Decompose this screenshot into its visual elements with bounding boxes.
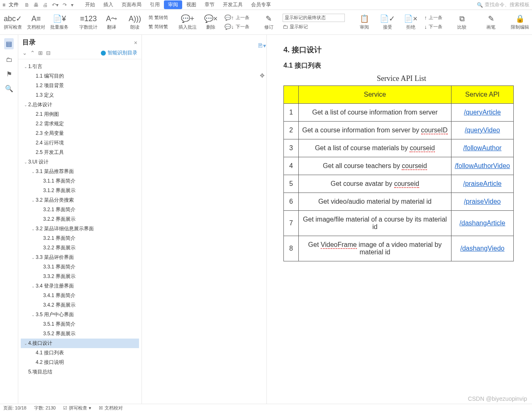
toc-item[interactable]: 3.2.1 界面简介 (21, 205, 139, 215)
rail-bookmark-icon[interactable]: 🗀 (6, 56, 12, 63)
toc-item[interactable]: ⌄3.5 用户中心界面 (21, 310, 139, 319)
api-link[interactable]: /queryVideo (465, 127, 500, 134)
toc-item[interactable]: 5.项目总结 (21, 367, 139, 377)
collapse-all-icon[interactable]: ⌄ (22, 50, 27, 56)
toc-item[interactable]: 2.4 运行环境 (21, 138, 139, 148)
menu-tab[interactable]: 引用 (146, 0, 164, 9)
toc-item[interactable]: 2.3 全局变量 (21, 129, 139, 138)
api-link[interactable]: /followAuthor (463, 144, 502, 151)
ink-button[interactable]: ✎画笔 (481, 12, 500, 33)
toc-item[interactable]: 3.2.2 界面展示 (21, 243, 139, 253)
add-heading-icon[interactable]: ⊞ (38, 50, 43, 56)
qat-dropdown-icon[interactable]: ▾ (71, 2, 73, 8)
wordcount-button[interactable]: ≡123字数统计 (79, 12, 98, 33)
menu-tab[interactable]: 视图 (182, 0, 200, 9)
rail-flag-icon[interactable]: ⚑ (6, 70, 12, 78)
toc-item[interactable]: ⌄3.4 登录注册界面 (21, 281, 139, 291)
menu-tab[interactable]: 开始 (81, 0, 99, 9)
toc-item[interactable]: 3.5.2 界面展示 (21, 329, 139, 339)
proofread-button[interactable]: A≡文档校对 (27, 12, 46, 33)
toc-item[interactable]: 3.1.2 界面展示 (21, 186, 139, 195)
toc-item[interactable]: 3.4.2 界面展示 (21, 300, 139, 310)
prev-comment-button[interactable]: 💬↑上一条 (225, 14, 249, 22)
status-proofread[interactable]: ☒文档校对 (99, 405, 123, 411)
api-link[interactable]: /followAuthorVideo (455, 162, 510, 169)
toc-label: 4.接口设计 (28, 340, 52, 347)
toc-item[interactable]: 2.2 需求规定 (21, 119, 139, 129)
simp-to-trad-button[interactable]: 繁 简转繁 (149, 23, 168, 31)
translate-button[interactable]: A⤳翻译 (102, 12, 121, 33)
review-prev-button[interactable]: ↑上一条 (425, 14, 443, 22)
rail-outline-icon[interactable]: ▤ (4, 38, 14, 49)
batch-service-button[interactable]: 📄¥批量服务 (50, 12, 69, 33)
toc-item[interactable]: 3.2.2 界面展示 (21, 215, 139, 224)
page-settings-icon[interactable]: 🖹▾ (257, 42, 266, 49)
toc-item[interactable]: 1.1 编写目的 (21, 71, 139, 81)
undo-icon[interactable]: ↶▾ (52, 2, 59, 8)
api-link[interactable]: /dashangArticle (459, 219, 505, 227)
track-changes-button[interactable]: ✎修订 (259, 12, 278, 33)
toc-item[interactable]: 3.2.1 界面简介 (21, 234, 139, 243)
menu-tab[interactable]: 章节 (200, 0, 219, 9)
delete-comment-button[interactable]: 💬×删除 (201, 12, 220, 33)
toc-item[interactable]: 2.1 用例图 (21, 110, 139, 119)
restrict-edit-button[interactable]: 🔒限制编辑 (510, 12, 530, 33)
smart-toc-button[interactable]: 智能识别目录 (101, 49, 137, 56)
trad-to-simp-button[interactable]: 简 繁转简 (149, 14, 168, 22)
hamburger-icon[interactable]: ≡ (2, 2, 5, 8)
toc-item[interactable]: ⌄3.2 菜品详细信息展示界面 (21, 224, 139, 234)
toc-item[interactable]: ⌄3.2 菜品分类搜索 (21, 195, 139, 205)
word-count[interactable]: 字数: 2130 (34, 405, 56, 411)
toc-item[interactable]: 4.2 接口说明 (21, 358, 139, 367)
show-marks-button[interactable]: 🗀显示标记 (283, 23, 345, 31)
menu-tab[interactable]: 页面布局 (117, 0, 146, 9)
read-aloud-button[interactable]: A)))朗读 (125, 12, 144, 33)
next-comment-button[interactable]: 💬↓下一条 (225, 23, 249, 31)
accept-button[interactable]: 📄✓接受 (378, 12, 397, 33)
review-button[interactable]: 📋审阅 (355, 12, 374, 33)
print-preview-icon[interactable]: 🖨 (43, 2, 48, 8)
document-page[interactable]: 4. 接口设计 4.1 接口列表 Service API List Servic… (266, 35, 532, 404)
menu-tab[interactable]: 审阅 (164, 0, 182, 9)
toc-item[interactable]: 4.1 接口列表 (21, 348, 139, 358)
api-link[interactable]: /praiseArticle (463, 180, 501, 187)
remove-heading-icon[interactable]: ⊟ (46, 50, 51, 56)
toc-item[interactable]: 3.1.1 界面简介 (21, 176, 139, 186)
spellcheck-button[interactable]: abc✓拼写检查 (3, 12, 22, 33)
page-indicator[interactable]: 页面: 10/18 (3, 405, 27, 411)
save-icon[interactable]: 🗎 (24, 2, 29, 8)
move-handle-icon[interactable]: ✥ (260, 72, 265, 79)
menu-tab[interactable]: 插入 (99, 0, 117, 9)
command-search[interactable]: 🔍 查找命令、搜索模板 (477, 1, 530, 8)
review-next-button[interactable]: ↓下一条 (425, 23, 443, 31)
print-icon[interactable]: 🖶 (34, 2, 39, 8)
nav-close-button[interactable]: × (134, 39, 137, 46)
toc-item[interactable]: 1.2 项目背景 (21, 81, 139, 90)
menu-tab[interactable]: 开发工具 (219, 0, 247, 9)
api-link[interactable]: /dashangViedo (460, 245, 504, 252)
rail-search-icon[interactable]: 🔍 (5, 85, 13, 93)
reject-button[interactable]: 📄×拒绝 (401, 12, 420, 33)
status-spellcheck[interactable]: ☑拼写检查▾ (63, 405, 91, 411)
menu-tab[interactable]: 会员专享 (247, 0, 275, 9)
insert-comment-button[interactable]: 💬+插入批注 (178, 12, 197, 33)
toc-item[interactable]: ⌄4.接口设计 (21, 339, 139, 348)
track-display-dropdown[interactable]: 显示标记的最终状态 (283, 14, 345, 22)
compare-button[interactable]: ⧉比较 (452, 12, 471, 33)
toc-item[interactable]: ⌄1.引言 (21, 62, 139, 71)
api-link[interactable]: /praiseVideo (464, 198, 501, 205)
toc-item[interactable]: ⌄3.3 菜品评价界面 (21, 253, 139, 262)
file-menu[interactable]: 文件 (9, 1, 19, 8)
toc-item[interactable]: ⌄3.1 菜品推荐界面 (21, 167, 139, 176)
toc-item[interactable]: ⌄3.UI 设计 (21, 157, 139, 167)
toc-item[interactable]: 3.5.1 界面简介 (21, 319, 139, 329)
toc-item[interactable]: 2.5 开发工具 (21, 148, 139, 157)
redo-icon[interactable]: ↷ (63, 2, 67, 8)
toc-item[interactable]: 3.3.2 界面展示 (21, 272, 139, 281)
api-link[interactable]: /queryArticle (464, 109, 501, 116)
toc-item[interactable]: ⌄2.总体设计 (21, 100, 139, 110)
expand-all-icon[interactable]: ⌃ (30, 50, 35, 56)
toc-item[interactable]: 3.4.1 界面简介 (21, 291, 139, 300)
toc-item[interactable]: 1.3 定义 (21, 90, 139, 100)
toc-item[interactable]: 3.3.1 界面简介 (21, 262, 139, 272)
